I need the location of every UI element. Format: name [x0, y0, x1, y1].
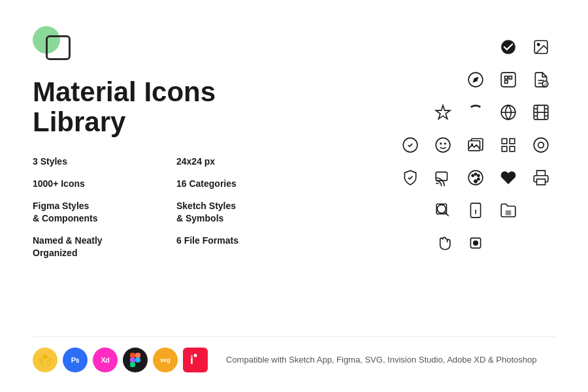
xd-logo: Xd [93, 348, 118, 372]
features-grid: 3 Styles 24x24 px 1000+ Icons 16 Categor… [33, 155, 320, 260]
svg-point-37 [474, 173, 476, 175]
svg-marker-3 [472, 76, 478, 82]
svg-rect-5 [505, 76, 508, 79]
feature-figma-label: Figma Styles& Components [33, 200, 176, 225]
svg-rect-60 [130, 362, 135, 367]
dashboard-icon [494, 131, 523, 159]
shield-check-icon [396, 163, 425, 192]
logo-area [33, 26, 85, 65]
feature-named-label: Named & NeatlyOrganized [33, 235, 176, 260]
svg-point-38 [478, 174, 480, 176]
left-panel: Material Icons Library 3 Styles 24x24 px… [33, 26, 320, 336]
checkmark-icon [396, 131, 425, 159]
compass-icon [461, 65, 490, 94]
svg-text:↺: ↺ [544, 82, 547, 87]
svg-rect-30 [502, 146, 507, 152]
svg-rect-49 [506, 210, 512, 216]
print-icon [527, 163, 555, 192]
feature-figma: Figma Styles& Components [33, 200, 176, 225]
figma-logo [123, 348, 148, 372]
face-icon [429, 131, 457, 159]
svg-point-39 [478, 178, 480, 180]
feature-sketch: Sketch Styles& Symbols [176, 200, 320, 225]
svg-point-33 [538, 142, 544, 148]
feature-styles: 3 Styles [33, 155, 176, 169]
svg-rect-29 [510, 139, 515, 144]
svg-rect-41 [537, 179, 546, 185]
svg-point-40 [474, 180, 477, 182]
photo-library-icon [461, 131, 490, 159]
svg-rect-31 [510, 146, 515, 152]
svg-logo: svg [153, 348, 178, 372]
fingerprint-icon [461, 98, 490, 127]
image-icon [527, 33, 555, 61]
svg-rect-59 [130, 357, 135, 363]
svg-point-36 [472, 174, 474, 176]
ink-drop-icon [494, 33, 523, 61]
right-panel: ↺ [320, 26, 555, 336]
feature-sketch-label: Sketch Styles& Symbols [176, 200, 320, 225]
receipt-icon: ↺ [527, 65, 555, 94]
svg-text:i: i [190, 353, 193, 367]
svg-rect-4 [501, 73, 515, 87]
svg-point-32 [534, 138, 548, 152]
ps-logo: Ps [63, 348, 88, 372]
compatible-text: Compatible with Sketch App, Figma, SVG, … [226, 353, 536, 367]
info-outline-icon [461, 196, 490, 225]
star-badge-icon [429, 98, 457, 127]
globe-icon [494, 98, 523, 127]
feature-named: Named & NeatlyOrganized [33, 235, 176, 260]
film-icon [527, 98, 555, 127]
invision-logo: i [183, 348, 208, 372]
sketch-logo [33, 348, 57, 372]
settings-icon [494, 65, 523, 94]
feature-icons: 1000+ Icons [33, 178, 176, 191]
feature-formats: 6 File Formats [176, 235, 320, 260]
cast-connected-icon [429, 163, 457, 192]
main-content: Material Icons Library 3 Styles 24x24 px… [33, 26, 555, 336]
svg-rect-6 [509, 76, 512, 79]
feature-categories-label: 16 Categories [176, 178, 320, 191]
search-icon [429, 196, 457, 225]
footer: Ps Xd svg i Compatible with Sketch App, … [33, 336, 555, 372]
radio-button-icon [527, 131, 555, 159]
feature-size: 24x24 px [176, 155, 320, 169]
svg-rect-58 [135, 353, 140, 358]
svg-rect-57 [130, 353, 135, 358]
color-lens-icon [461, 163, 490, 192]
svg-point-23 [436, 138, 450, 152]
svg-point-1 [538, 44, 540, 46]
feature-formats-label: 6 File Formats [176, 235, 320, 248]
svg-rect-26 [468, 141, 480, 151]
svg-rect-28 [502, 139, 507, 144]
pan-tool-icon [429, 229, 457, 257]
svg-rect-7 [505, 80, 508, 83]
feature-styles-label: 3 Styles [33, 155, 176, 169]
feature-categories: 16 Categories [176, 178, 320, 191]
svg-point-61 [135, 357, 140, 363]
logo-square [46, 35, 71, 60]
svg-point-25 [444, 142, 446, 144]
svg-point-24 [440, 142, 442, 144]
feature-icons-label: 1000+ Icons [33, 178, 176, 191]
icons-grid: ↺ [396, 33, 555, 290]
brightness-icon [461, 229, 490, 257]
folder-icon [494, 196, 523, 225]
app-logos: Ps Xd svg i [33, 348, 208, 372]
svg-point-63 [194, 354, 197, 357]
feature-size-label: 24x24 px [176, 155, 320, 169]
main-title: Material Icons Library [33, 77, 320, 137]
heart-icon [494, 163, 523, 192]
svg-point-44 [437, 204, 446, 213]
svg-point-51 [474, 241, 478, 246]
